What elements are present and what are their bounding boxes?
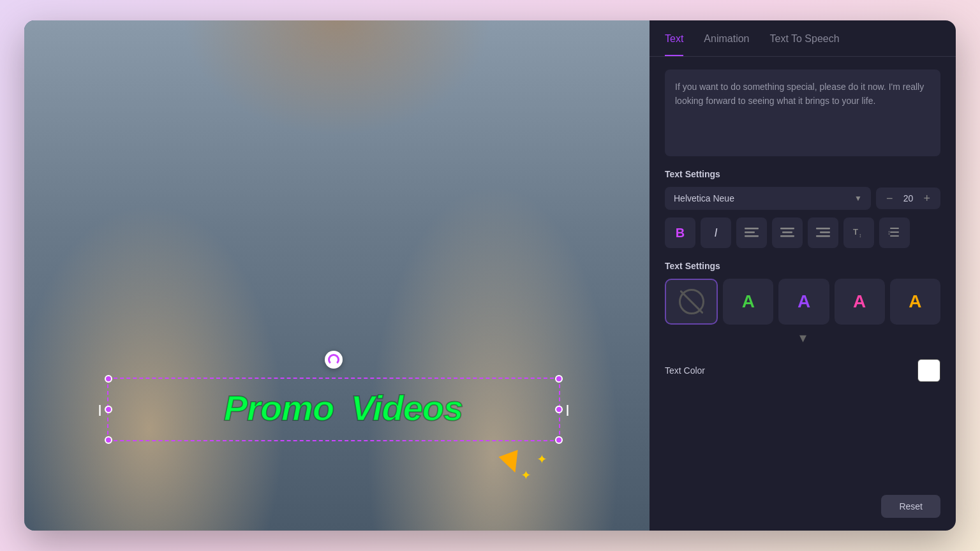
text-transform-icon: T ↕ (852, 226, 866, 240)
style-pink[interactable]: A (835, 279, 885, 325)
canvas-area: | | Promo Videos ✦ ✦ (24, 20, 650, 531)
font-select-value: Helvetica Neue (674, 193, 734, 203)
decrease-size-button[interactable]: − (884, 193, 896, 204)
right-panel: Text Animation Text To Speech Text Setti… (650, 20, 956, 531)
align-left-button[interactable] (736, 217, 767, 248)
align-right-button[interactable] (808, 217, 838, 248)
svg-rect-6 (816, 228, 830, 230)
style-yellow[interactable]: A (890, 279, 940, 325)
text-settings-section-2: Text Settings A A A A ▾ (665, 261, 940, 346)
font-select[interactable]: Helvetica Neue ▼ (665, 187, 871, 210)
promo-word-1: Promo (224, 388, 334, 428)
svg-rect-3 (780, 228, 794, 230)
chevron-down-icon: ▼ (854, 194, 862, 203)
svg-rect-12 (890, 231, 899, 233)
svg-rect-5 (780, 235, 794, 237)
handle-top-left[interactable] (105, 375, 112, 383)
align-right-icon (816, 227, 830, 239)
align-left-icon (745, 227, 759, 239)
text-color-label: Text Color (665, 365, 705, 376)
svg-rect-0 (745, 228, 759, 230)
align-center-button[interactable] (772, 217, 803, 248)
style-purple[interactable]: A (778, 279, 829, 325)
canvas-text-element[interactable]: Promo Videos (75, 387, 611, 429)
svg-text:↕: ↕ (859, 232, 862, 239)
text-input[interactable] (675, 80, 930, 143)
handle-bottom-right[interactable] (555, 436, 563, 444)
tab-animation[interactable]: Animation (704, 33, 749, 56)
handle-bottom-left[interactable] (105, 436, 112, 444)
svg-text:↕: ↕ (887, 229, 891, 236)
svg-rect-13 (890, 235, 899, 237)
reset-row: Reset (665, 495, 940, 518)
style-more-row: ▾ (665, 330, 940, 346)
text-settings-section-1: Text Settings Helvetica Neue ▼ − 20 + B (665, 169, 940, 248)
style-none[interactable] (665, 279, 718, 325)
sparkle-icon-2: ✦ (521, 467, 531, 483)
svg-rect-4 (782, 231, 792, 233)
color-row: Text Color (665, 359, 940, 382)
size-control: − 20 + (876, 187, 940, 209)
no-style-icon (679, 289, 704, 314)
svg-rect-7 (820, 231, 830, 233)
style-more-button[interactable]: ▾ (799, 330, 806, 346)
line-height-button[interactable]: ↕ (879, 217, 910, 248)
svg-rect-8 (816, 235, 830, 237)
promo-text: Promo Videos (224, 387, 463, 429)
increase-size-button[interactable]: + (921, 193, 933, 204)
rotate-handle[interactable] (325, 351, 343, 369)
font-row: Helvetica Neue ▼ − 20 + (665, 187, 940, 210)
text-transform-button[interactable]: T ↕ (843, 217, 874, 248)
reset-button[interactable]: Reset (881, 495, 940, 518)
text-settings-label-1: Text Settings (665, 169, 940, 179)
rotate-icon (328, 354, 339, 365)
italic-button[interactable]: I (701, 217, 731, 248)
tab-text[interactable]: Text (665, 33, 683, 56)
sparkle-icon-1: ✦ (537, 452, 547, 467)
text-settings-label-2: Text Settings (665, 261, 940, 271)
svg-rect-2 (745, 235, 759, 237)
format-row: B I (665, 217, 940, 248)
bold-button[interactable]: B (665, 217, 695, 248)
line-height-icon: ↕ (887, 226, 902, 240)
text-input-area[interactable] (665, 70, 940, 156)
style-options: A A A A (665, 279, 940, 325)
color-swatch[interactable] (917, 359, 940, 382)
font-size-value: 20 (900, 193, 916, 203)
handle-top-right[interactable] (555, 375, 563, 383)
tab-bar: Text Animation Text To Speech (650, 20, 956, 57)
style-green[interactable]: A (723, 279, 773, 325)
svg-rect-11 (890, 228, 899, 229)
panel-content: Text Settings Helvetica Neue ▼ − 20 + B (650, 57, 956, 531)
svg-rect-1 (745, 231, 755, 233)
tab-tts[interactable]: Text To Speech (770, 33, 840, 56)
svg-text:T: T (853, 227, 858, 237)
align-center-icon (780, 227, 794, 239)
promo-word-2: Videos (351, 388, 463, 428)
